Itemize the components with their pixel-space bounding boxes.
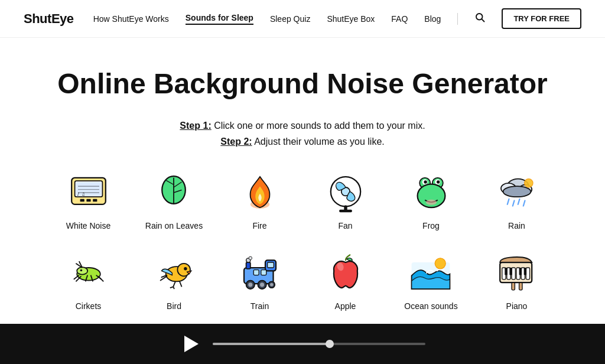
sound-item-apple[interactable]: Apple <box>324 252 367 311</box>
sound-item-white-noise[interactable]: ♪ ♫ White Noise <box>66 171 110 230</box>
sound-label-ocean-sounds: Ocean sounds <box>404 301 457 311</box>
sound-item-rain-on-leaves[interactable]: Rain on Leaves <box>145 171 203 230</box>
search-button[interactable] <box>474 12 485 25</box>
nav-item-sounds-for-sleep[interactable]: Sounds for Sleep <box>186 13 253 25</box>
sound-icon-white-noise: ♪ ♫ <box>67 171 110 214</box>
play-button[interactable] <box>180 333 201 346</box>
svg-point-66 <box>248 282 252 287</box>
svg-point-61 <box>249 256 252 259</box>
sound-icon-apple <box>324 252 367 294</box>
sound-item-frog[interactable]: Frog <box>410 171 453 230</box>
search-icon <box>474 12 485 22</box>
svg-rect-63 <box>253 269 259 275</box>
svg-rect-81 <box>505 268 508 275</box>
step1-label: Step 1: <box>180 121 211 131</box>
step2-label: Step 2: <box>220 136 252 147</box>
svg-point-73 <box>435 258 446 268</box>
svg-rect-8 <box>80 199 84 202</box>
svg-rect-84 <box>523 268 526 275</box>
sound-item-rain[interactable]: Rain <box>496 171 538 230</box>
svg-text:♪ ♫: ♪ ♫ <box>77 191 84 196</box>
nav-item-shuteye-box[interactable]: ShutEye Box <box>327 14 375 24</box>
svg-point-52 <box>184 267 187 270</box>
sound-icon-cirkets <box>67 252 110 294</box>
svg-rect-62 <box>267 262 274 268</box>
svg-line-53 <box>173 281 175 287</box>
svg-line-37 <box>523 200 525 206</box>
svg-rect-82 <box>509 268 512 275</box>
sound-label-train: Train <box>251 301 269 311</box>
instructions: Step 1: Click one or more sounds to add … <box>48 118 557 150</box>
sound-item-train[interactable]: Train <box>239 252 281 311</box>
svg-line-55 <box>170 287 173 288</box>
svg-rect-80 <box>526 268 529 280</box>
sound-item-cirkets[interactable]: Cirkets <box>67 252 110 311</box>
sound-label-rain-on-leaves: Rain on Leaves <box>145 221 203 230</box>
svg-rect-59 <box>246 262 250 269</box>
svg-point-49 <box>80 269 82 271</box>
svg-point-26 <box>424 180 427 183</box>
svg-rect-77 <box>512 268 515 280</box>
progress-thumb[interactable] <box>326 340 334 346</box>
step2-line: Step 2: Adjust their volume as you like. <box>48 134 557 150</box>
try-for-free-button[interactable]: TRY FOR FREE <box>502 8 581 29</box>
sound-icon-fire <box>239 171 281 214</box>
sound-item-ocean-sounds[interactable]: Ocean sounds <box>404 252 457 311</box>
svg-point-40 <box>77 267 87 275</box>
sound-icon-frog <box>410 171 453 214</box>
sound-label-rain: Rain <box>508 221 525 230</box>
sound-icon-fan <box>324 171 367 214</box>
header: ShutEye How ShutEye Works Sounds for Sle… <box>0 0 605 38</box>
progress-track[interactable] <box>213 343 425 345</box>
sound-icon-rain-on-leaves <box>152 171 195 214</box>
svg-point-33 <box>503 186 531 197</box>
sound-label-fire: Fire <box>252 221 266 230</box>
progress-fill <box>213 343 330 345</box>
step2-text: Adjust their volume as you like. <box>252 136 385 147</box>
sound-icon-ocean-sounds <box>409 252 452 294</box>
sound-item-fire[interactable]: Fire <box>239 171 281 230</box>
svg-point-38 <box>524 178 532 187</box>
sound-item-fan[interactable]: Fan <box>324 171 367 230</box>
nav: How ShutEye Works Sounds for Sleep Sleep… <box>93 8 581 29</box>
svg-line-56 <box>173 287 174 289</box>
svg-rect-10 <box>93 199 97 202</box>
svg-line-46 <box>98 276 103 281</box>
sound-label-apple: Apple <box>335 301 356 311</box>
svg-rect-64 <box>261 269 266 275</box>
svg-rect-83 <box>519 268 522 275</box>
nav-item-faq[interactable]: FAQ <box>391 14 408 24</box>
svg-line-36 <box>518 199 519 204</box>
nav-item-how-it-works[interactable]: How ShutEye Works <box>93 14 169 24</box>
player-bar <box>0 324 605 346</box>
svg-line-35 <box>512 200 514 206</box>
sound-label-piano: Piano <box>506 301 528 311</box>
svg-point-51 <box>177 263 190 276</box>
svg-point-27 <box>437 180 440 183</box>
sound-icon-bird <box>153 252 196 294</box>
sound-icon-rain <box>496 171 538 214</box>
sound-label-cirkets: Cirkets <box>76 301 102 311</box>
play-icon <box>184 336 199 346</box>
svg-point-68 <box>260 282 264 287</box>
nav-divider <box>457 13 458 25</box>
svg-line-34 <box>507 199 509 204</box>
svg-point-70 <box>270 283 273 286</box>
nav-item-sleep-quiz[interactable]: Sleep Quiz <box>270 14 310 24</box>
svg-rect-9 <box>86 199 90 202</box>
sound-label-bird: Bird <box>167 301 181 311</box>
svg-rect-85 <box>512 282 515 290</box>
sound-item-bird[interactable]: Bird <box>153 252 196 311</box>
sound-label-white-noise: White Noise <box>66 221 110 230</box>
step1-line: Step 1: Click one or more sounds to add … <box>48 118 557 134</box>
svg-point-29 <box>426 199 437 204</box>
svg-rect-21 <box>339 209 352 212</box>
page-title: Online Background Noise Generator <box>48 67 557 100</box>
nav-item-blog[interactable]: Blog <box>424 14 441 24</box>
svg-rect-86 <box>519 282 522 290</box>
sound-item-piano[interactable]: Piano <box>496 252 538 311</box>
svg-line-54 <box>180 281 182 287</box>
sound-label-frog: Frog <box>422 221 440 230</box>
main-content: Online Background Noise Generator Step 1… <box>37 38 568 346</box>
logo: ShutEye <box>24 11 74 27</box>
